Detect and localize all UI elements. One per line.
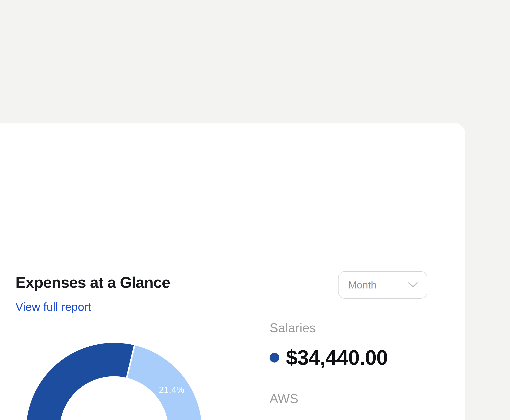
donut-chart: 49.1%29.5%21.4% (26, 343, 202, 420)
legend-label: Salaries (270, 320, 451, 336)
legend-item-aws: AWS $22,340.00 (270, 390, 451, 420)
legend-item-salaries: Salaries $34,440.00 (270, 320, 451, 369)
expenses-card: Expenses at a Glance View full report Mo… (0, 123, 465, 420)
legend-label: AWS (270, 390, 451, 406)
period-dropdown-value: Month (348, 280, 377, 290)
salaries-dot-icon (270, 353, 279, 362)
expenses-donut-chart: 49.1%29.5%21.4% (26, 343, 202, 420)
legend-value: $22,340.00 (286, 418, 388, 420)
card-title: Expenses at a Glance (15, 275, 170, 290)
donut-segment-taxes (127, 345, 202, 420)
screen: Expenses at a Glance View full report Mo… (0, 0, 510, 420)
view-full-report-link[interactable]: View full report (15, 300, 91, 314)
chart-legend: Salaries $34,440.00 AWS $22,340.00 (270, 320, 451, 420)
legend-value: $34,440.00 (286, 347, 388, 368)
period-dropdown[interactable]: Month (338, 271, 427, 299)
chevron-down-icon (408, 282, 418, 288)
donut-segment-salaries (26, 343, 134, 420)
donut-percent-label: 21.4% (159, 385, 185, 395)
